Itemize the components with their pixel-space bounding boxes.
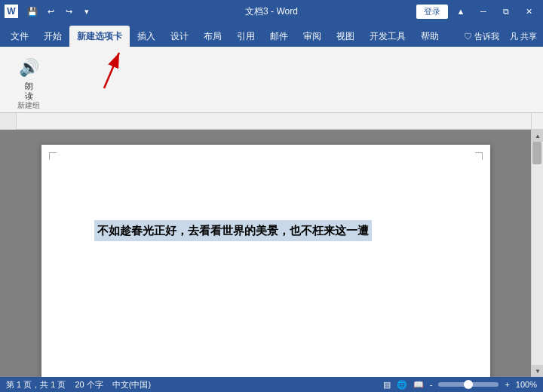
zoom-thumb[interactable] xyxy=(464,380,473,389)
scroll-down-button[interactable]: ▼ xyxy=(532,365,543,377)
title-bar: W 💾 ↩ ↪ ▾ 文档3 - Word 登录 ▲ ─ ⧉ ✕ xyxy=(0,0,543,23)
ruler-corner xyxy=(0,113,17,130)
ruler-top xyxy=(0,113,543,130)
view-web-icon[interactable]: 🌐 xyxy=(397,380,407,390)
quick-access-toolbar: 💾 ↩ ↪ ▾ xyxy=(24,3,95,20)
tab-mailings[interactable]: 邮件 xyxy=(262,26,296,47)
tab-design[interactable]: 设计 xyxy=(163,26,196,47)
view-read-icon[interactable]: 📖 xyxy=(413,380,424,390)
zoom-slider[interactable] xyxy=(438,382,499,387)
title-bar-left: W 💾 ↩ ↪ ▾ xyxy=(5,3,95,20)
tab-references[interactable]: 引用 xyxy=(229,26,262,47)
document-content[interactable]: 不如趁春光正好，去看看世界的美景，也不枉来这一遭 xyxy=(94,175,437,241)
undo-button[interactable]: ↩ xyxy=(42,3,59,20)
corner-mark-tr xyxy=(475,152,483,160)
share-button[interactable]: 凡 共享 xyxy=(507,29,540,44)
tab-view[interactable]: 视图 xyxy=(329,26,362,47)
login-button[interactable]: 登录 xyxy=(416,5,448,19)
tabs-right: ♡ 告诉我 凡 共享 xyxy=(461,29,540,44)
status-bar: 第 1 页，共 1 页 20 个字 中文(中国) ▤ 🌐 📖 - + 100% xyxy=(0,377,543,392)
zoom-in-button[interactable]: + xyxy=(505,380,509,389)
redo-button[interactable]: ↪ xyxy=(60,3,77,20)
tab-insert[interactable]: 插入 xyxy=(130,26,163,47)
language: 中文(中国) xyxy=(112,379,151,390)
tab-home[interactable]: 开始 xyxy=(36,26,69,47)
vertical-scrollbar[interactable]: ▲ ▼ xyxy=(531,130,543,377)
main-area: 不如趁春光正好，去看看世界的美景，也不枉来这一遭 ▲ ▼ xyxy=(0,130,543,377)
customize-button[interactable]: ▾ xyxy=(78,3,95,20)
ribbon-group-new: 🔊 朗读 新建组 xyxy=(5,50,53,112)
tab-new[interactable]: 新建选项卡 xyxy=(69,26,130,47)
document-container[interactable]: 不如趁春光正好，去看看世界的美景，也不枉来这一遭 xyxy=(0,130,531,377)
scroll-track[interactable] xyxy=(532,142,543,365)
tabs-left: 文件 开始 新建选项卡 插入 设计 布局 引用 邮件 审阅 视图 开发工具 帮助 xyxy=(0,26,446,47)
scroll-up-button[interactable]: ▲ xyxy=(532,130,543,142)
zoom-percent: 100% xyxy=(516,380,537,389)
read-aloud-button[interactable]: 🔊 朗读 xyxy=(11,53,47,104)
group-label-new: 新建组 xyxy=(17,100,40,111)
document-page[interactable]: 不如趁春光正好，去看看世界的美景，也不枉来这一遭 xyxy=(41,145,490,377)
word-app-icon: W xyxy=(5,5,18,18)
svg-rect-2 xyxy=(17,113,531,129)
tab-layout[interactable]: 布局 xyxy=(196,26,229,47)
tell-me-button[interactable]: ♡ 告诉我 xyxy=(461,29,502,44)
tab-help[interactable]: 帮助 xyxy=(413,26,446,47)
tab-file[interactable]: 文件 xyxy=(3,26,36,47)
ruler-corner-right xyxy=(531,113,543,129)
corner-mark-tl xyxy=(49,152,57,160)
ribbon-content: 🔊 朗读 新建组 xyxy=(0,47,543,113)
horizontal-ruler xyxy=(17,113,531,129)
ribbon-tabs-row: 文件 开始 新建选项卡 插入 设计 布局 引用 邮件 审阅 视图 开发工具 帮助… xyxy=(0,23,543,47)
document-text[interactable]: 不如趁春光正好，去看看世界的美景，也不枉来这一遭 xyxy=(94,220,372,241)
scroll-thumb[interactable] xyxy=(532,142,541,164)
close-button[interactable]: ✕ xyxy=(519,3,538,20)
zoom-out-button[interactable]: - xyxy=(430,380,433,389)
read-aloud-icon: 🔊 xyxy=(17,56,41,80)
restore-button[interactable]: ⧉ xyxy=(496,3,516,20)
minimize-button[interactable]: ─ xyxy=(474,3,493,20)
status-right: ▤ 🌐 📖 - + 100% xyxy=(383,380,537,390)
title-bar-right: 登录 ▲ ─ ⧉ ✕ xyxy=(416,3,538,20)
tab-developer[interactable]: 开发工具 xyxy=(362,26,413,47)
window-title: 文档3 - Word xyxy=(245,5,298,18)
read-aloud-label: 朗读 xyxy=(25,81,33,101)
view-normal-icon[interactable]: ▤ xyxy=(383,380,391,390)
tab-review[interactable]: 审阅 xyxy=(296,26,329,47)
ribbon-toggle-button[interactable]: ▲ xyxy=(451,3,471,20)
word-count: 20 个字 xyxy=(75,379,103,390)
save-button[interactable]: 💾 xyxy=(24,3,41,20)
page-info: 第 1 页，共 1 页 xyxy=(6,379,66,390)
